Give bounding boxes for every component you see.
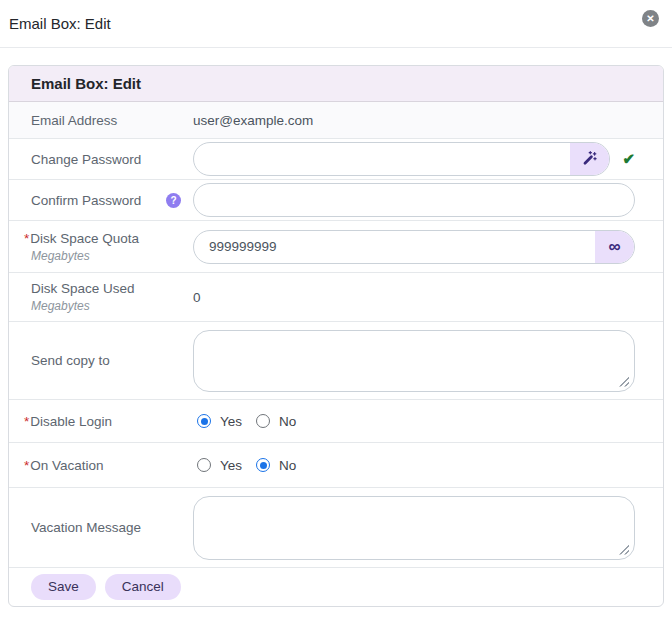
window-titlebar: Email Box: Edit ✕ — [0, 0, 672, 48]
on-vacation-label-wrap: * On Vacation — [31, 458, 193, 473]
email-address-label: Email Address — [31, 113, 193, 128]
row-change-password: Change Password ✔ — [9, 138, 663, 179]
change-password-input[interactable] — [194, 143, 570, 175]
on-vacation-label: On Vacation — [30, 458, 103, 473]
magic-wand-icon — [582, 150, 598, 169]
send-copy-to-textarea[interactable] — [193, 330, 635, 392]
on-vacation-no-radio[interactable] — [256, 458, 270, 472]
send-copy-to-wrap — [193, 330, 635, 392]
on-vacation-radio-group: Yes No — [193, 458, 296, 473]
disk-space-quota-label: Disk Space Quota — [30, 231, 139, 246]
confirm-password-input[interactable] — [193, 183, 635, 217]
disk-space-used-label-block: Disk Space Used Megabytes — [31, 281, 193, 313]
row-vacation-message: Vacation Message — [9, 487, 663, 567]
confirm-password-label: Confirm Password — [31, 193, 141, 208]
help-icon[interactable]: ? — [166, 193, 181, 208]
row-confirm-password: Confirm Password ? — [9, 179, 663, 220]
vacation-message-wrap — [193, 496, 635, 560]
email-box-edit-panel: Email Box: Edit Email Address user@examp… — [8, 65, 664, 607]
disk-space-used-unit: Megabytes — [31, 299, 193, 313]
disk-space-quota-unit: Megabytes — [31, 249, 193, 263]
send-copy-to-label: Send copy to — [31, 353, 193, 368]
disk-space-used-value: 0 — [193, 290, 201, 305]
row-on-vacation: * On Vacation Yes No — [9, 442, 663, 487]
panel-header: Email Box: Edit — [9, 66, 663, 102]
change-password-label: Change Password — [31, 152, 193, 167]
panel-title: Email Box: Edit — [31, 75, 141, 92]
disk-space-used-label: Disk Space Used — [31, 281, 135, 296]
disable-login-radio-group: Yes No — [193, 414, 296, 429]
save-button[interactable]: Save — [31, 574, 96, 601]
on-vacation-yes-label[interactable]: Yes — [220, 458, 242, 473]
required-marker: * — [24, 458, 29, 473]
disable-login-label: Disable Login — [30, 414, 112, 429]
disable-login-label-wrap: * Disable Login — [31, 414, 193, 429]
disk-space-quota-input[interactable] — [194, 231, 595, 263]
disable-login-no-label[interactable]: No — [279, 414, 296, 429]
confirm-password-label-wrap: Confirm Password ? — [31, 193, 193, 208]
panel-footer: Save Cancel — [9, 567, 663, 606]
row-email-address: Email Address user@example.com — [9, 102, 663, 138]
infinity-icon: ∞ — [608, 238, 620, 255]
disk-space-quota-group: ∞ — [193, 230, 635, 264]
disk-space-quota-label-block: * Disk Space Quota Megabytes — [31, 231, 193, 263]
required-marker: * — [24, 231, 29, 246]
change-password-group — [193, 142, 610, 176]
page-title: Email Box: Edit — [9, 15, 111, 32]
vacation-message-textarea[interactable] — [193, 496, 635, 560]
disable-login-no-radio[interactable] — [256, 414, 270, 428]
disable-login-yes-radio[interactable] — [197, 414, 211, 428]
email-address-value: user@example.com — [193, 113, 313, 128]
row-disk-space-quota: * Disk Space Quota Megabytes ∞ — [9, 220, 663, 272]
close-icon[interactable]: ✕ — [642, 10, 659, 27]
row-disable-login: * Disable Login Yes No — [9, 399, 663, 442]
password-valid-check-icon: ✔ — [622, 150, 635, 168]
required-marker: * — [24, 414, 29, 429]
unlimited-quota-button[interactable]: ∞ — [595, 231, 634, 263]
generate-password-button[interactable] — [570, 143, 609, 175]
cancel-button[interactable]: Cancel — [105, 574, 181, 601]
row-send-copy-to: Send copy to — [9, 321, 663, 399]
disable-login-yes-label[interactable]: Yes — [220, 414, 242, 429]
vacation-message-label: Vacation Message — [31, 520, 193, 535]
on-vacation-no-label[interactable]: No — [279, 458, 296, 473]
row-disk-space-used: Disk Space Used Megabytes 0 — [9, 272, 663, 321]
on-vacation-yes-radio[interactable] — [197, 458, 211, 472]
